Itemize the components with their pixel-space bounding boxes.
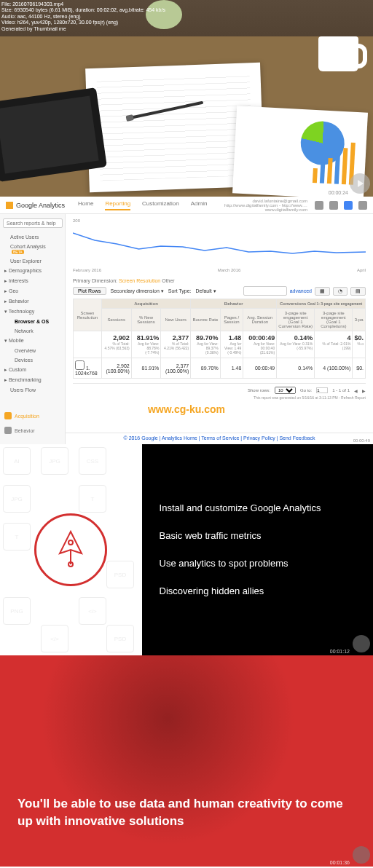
table-filter-input[interactable] (243, 286, 287, 296)
pagination: Show rows: 10 Go to: 1 - 1 of 1 ◀ ▶ (73, 383, 366, 394)
meta-gen: Generated by Thumbnail me (1, 26, 165, 32)
axis-apr: April (357, 268, 366, 272)
dim-other[interactable]: Other (162, 278, 175, 283)
menu-user-explorer[interactable]: User Explorer (0, 256, 65, 266)
axis-mar: March 2016 (218, 268, 241, 272)
play-badge-icon[interactable] (353, 635, 370, 652)
dim-val[interactable]: Screen Resolution (119, 278, 160, 283)
goto-input[interactable] (316, 387, 328, 393)
th-behavior: Behavior (191, 299, 277, 309)
ga-footer: © 2016 Google | Analytics Home | Terms o… (66, 433, 373, 443)
bullet-2: Basic web traffic metrics (160, 529, 356, 542)
primary-dimension: Primary Dimension: Screen Resolution Oth… (73, 278, 366, 283)
ga-data-table: Screen Resolution Acquisition Behavior C… (73, 299, 366, 379)
ga-brand: Google Analytics (16, 202, 65, 209)
menu-technology[interactable]: Technology (0, 307, 65, 317)
ga-nav: Home Reporting Customization Admin (78, 200, 207, 210)
menu-icon[interactable] (329, 201, 338, 210)
th-bounce[interactable]: Bounce Rate (191, 309, 220, 331)
settings-icon[interactable] (344, 201, 353, 210)
goto-label: Go to: (300, 388, 312, 392)
meta-video: Video: h264, yuv420p, 1280x720, 30.00 fp… (1, 20, 165, 25)
th-pct-new[interactable]: % New Sessions (131, 309, 161, 331)
ga-line-chart[interactable] (73, 226, 366, 262)
row-checkbox[interactable] (75, 360, 85, 370)
sidebar-behavior[interactable]: Behavior (4, 427, 35, 434)
red-headline: You'll be able to use data and human cre… (17, 795, 356, 830)
ga-menu: Active Users Cohort Analysis BETA User E… (0, 232, 65, 395)
sidebar-acquisition[interactable]: Acquisition (0, 409, 66, 422)
ga-logo[interactable]: Google Analytics (6, 202, 65, 209)
th-new-users[interactable]: New Users (161, 309, 191, 331)
menu-demographics[interactable]: Demographics (0, 266, 65, 276)
nav-admin[interactable]: Admin (191, 200, 208, 210)
th-conversions: Conversions Goal 1: 3-page site engageme… (277, 299, 366, 309)
red-overlay (0, 655, 373, 867)
next-icon[interactable]: ▶ (362, 388, 366, 393)
nav-reporting[interactable]: Reporting (105, 200, 130, 210)
secondary-dim[interactable]: Secondary dimension ▾ (111, 288, 164, 294)
account-icon[interactable] (358, 201, 367, 210)
menu-benchmarking[interactable]: Benchmarking (0, 375, 65, 385)
axis-feb: February 2016 (73, 268, 101, 272)
advanced-link[interactable]: advanced (290, 288, 312, 293)
rows-select[interactable]: 10 (275, 387, 296, 394)
menu-active-users[interactable]: Active Users (0, 232, 65, 242)
play-icon[interactable] (350, 173, 370, 194)
footer-text[interactable]: © 2016 Google | Analytics Home | Terms o… (124, 435, 315, 441)
view-table-icon[interactable]: ▦ (315, 287, 330, 296)
menu-interests[interactable]: Interests (0, 276, 65, 286)
th-pages[interactable]: Pages / Session (220, 309, 243, 331)
bullet-1: Install and customize Google Analytics (160, 502, 356, 515)
menu-overview[interactable]: Overview (0, 346, 65, 355)
menu-users-flow[interactable]: Users Flow (0, 385, 65, 395)
play-badge-icon[interactable] (353, 846, 370, 864)
nav-customization[interactable]: Customization (142, 200, 179, 210)
ga-search-input[interactable] (3, 218, 63, 228)
timestamp-ga: 00:00:49 (353, 438, 370, 443)
th-sessions[interactable]: Sessions (101, 309, 131, 331)
nav-home[interactable]: Home (78, 200, 93, 210)
th-completions[interactable]: 3-page site engagement (Goal 1 Completio… (315, 309, 353, 331)
red-slide-frame: You'll be able to use data and human cre… (0, 655, 373, 867)
sort-default[interactable]: Default ▾ (196, 288, 216, 294)
menu-custom[interactable]: Custom (0, 365, 65, 375)
ga-header-icons (315, 201, 367, 210)
menu-mobile[interactable]: Mobile (0, 336, 65, 346)
page-range: 1 - 1 of 1 (332, 388, 350, 392)
video-metadata: File: 20160706194303.mp4 Size: 6930540 b… (1, 1, 165, 32)
view-pie-icon[interactable]: ◔ (333, 287, 348, 296)
report-generated: This report was generated on 5/16/16 at … (73, 395, 366, 400)
sort-label: Sort Type: (168, 288, 192, 293)
summary-row: 2,902% of Total: 4.57% (63,563) 81.91%Av… (74, 331, 366, 358)
ga-header: Google Analytics Home Reporting Customiz… (0, 197, 373, 214)
behavior-icon (4, 427, 12, 434)
slide-left-panel: AI JPG CSS JPG T T PNG </> PSD </> PSD (0, 444, 142, 655)
google-analytics-frame: Google Analytics Home Reporting Customiz… (0, 197, 373, 444)
th-value[interactable]: 3-pa (353, 309, 366, 331)
meta-file: File: 20160706194303.mp4 (1, 1, 165, 7)
th-acquisition: Acquisition (101, 299, 190, 309)
menu-browser-os[interactable]: Browser & OS (0, 317, 65, 326)
table-row[interactable]: 1. 1024x768 2,902 (100.00%) 81.91% 2,377… (74, 358, 366, 379)
view-bar-icon[interactable]: ▤ (350, 287, 366, 296)
plot-rows-button[interactable]: Plot Rows (73, 287, 106, 295)
th-avg[interactable]: Avg. Session Duration (243, 309, 277, 331)
menu-geo[interactable]: Geo (0, 286, 65, 296)
notification-icon[interactable] (315, 201, 323, 210)
svg-point-1 (68, 540, 73, 545)
menu-network[interactable]: Network (0, 326, 65, 336)
hero-video-frame: File: 20160706194303.mp4 Size: 6930540 b… (0, 0, 373, 197)
th-conv-rate[interactable]: 3-page site engagement (Goal 1 Conversio… (277, 309, 315, 331)
bullet-4: Discovering hidden allies (160, 585, 356, 598)
menu-behavior[interactable]: Behavior (0, 296, 65, 307)
meta-size: Size: 6930540 bytes (6.61 MiB), duration… (1, 7, 165, 13)
th-screen[interactable]: Screen Resolution (74, 299, 102, 331)
acquisition-icon (4, 412, 12, 419)
ga-logo-icon (6, 202, 13, 209)
menu-devices[interactable]: Devices (0, 355, 65, 365)
pentool-icon (34, 513, 107, 586)
prev-icon[interactable]: ◀ (354, 388, 358, 393)
ga-user-info[interactable]: david.lafontaine@gmail.com http://www.di… (224, 199, 307, 212)
menu-cohort[interactable]: Cohort Analysis BETA (0, 242, 65, 256)
